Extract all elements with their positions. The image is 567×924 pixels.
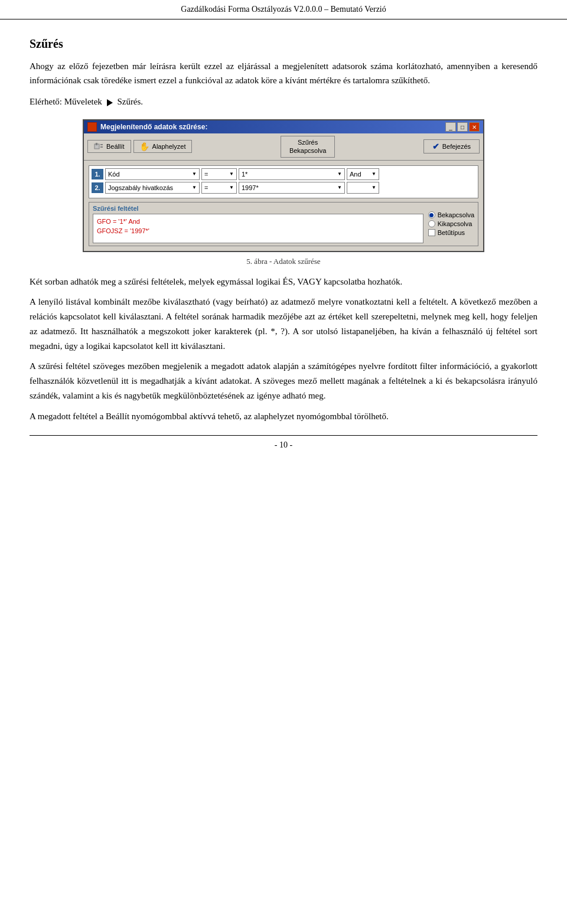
dialog-toolbar: Beállít ✋ Alaphelyzet Szűrés Bekapcsolva…: [84, 133, 483, 161]
dialog-title: Megjelenítendő adatok szűrése:: [100, 123, 207, 131]
svg-rect-2: [100, 144, 103, 145]
logic-combo-2-arrow: ▼: [372, 185, 376, 190]
page-number: - 10 -: [275, 440, 292, 449]
radio-bekapcsolva[interactable]: Bekapcsolva: [428, 211, 474, 218]
befejez-label: Befejezés: [442, 143, 471, 150]
field-combo-2[interactable]: Jogszabály hivatkozás ▼: [105, 182, 200, 194]
befejez-button[interactable]: ✔ Befejezés: [423, 139, 480, 154]
radio-kikapcsolva[interactable]: Kikapcsolva: [428, 220, 474, 227]
alaphelyzet-icon: ✋: [140, 142, 149, 151]
szures-line2: Bekapcsolva: [289, 146, 326, 155]
elerheto-prefix: Elérhető: Műveletek: [30, 97, 102, 106]
beallít-label: Beállít: [106, 143, 125, 150]
field-combo-1[interactable]: Kód ▼: [105, 168, 200, 180]
elerheto-text: Elérhető: Műveletek Szűrés.: [30, 94, 537, 109]
val-combo-1[interactable]: 1* ▼: [239, 168, 345, 180]
feltetel-label: Szűrési feltétel: [93, 205, 423, 212]
logic-combo-1-arrow: ▼: [372, 171, 376, 177]
svg-rect-1: [96, 143, 97, 145]
val-combo-2-arrow: ▼: [337, 185, 342, 190]
logic-combo-1[interactable]: And ▼: [347, 168, 379, 180]
feltetel-left: Szűrési feltétel GFO = '1*' And GFOJSZ =…: [93, 205, 423, 243]
intro-paragraph: Ahogy az előző fejezetben már leírásra k…: [30, 59, 537, 87]
page-header: Gazdálkodási Forma Osztályozás V2.0.0.0 …: [0, 0, 567, 19]
op-combo-1-arrow: ▼: [229, 171, 234, 177]
titlebar-buttons: _ □ ✕: [445, 122, 480, 132]
feltetel-line2: GFOJSZ = '1997*': [97, 226, 419, 236]
checkbox-betutipus-box: [428, 229, 435, 236]
filter-dialog: Megjelenítendő adatok szűrése: _ □ ✕: [83, 119, 484, 252]
filter-rows-container: 1. Kód ▼ = ▼ 1* ▼: [89, 165, 478, 198]
val-combo-2[interactable]: 1997* ▼: [239, 182, 345, 194]
row-num-2: 2.: [92, 182, 103, 193]
checkbox-betutipus-label: Betűtípus: [438, 229, 465, 236]
feltetel-line1: GFO = '1*' And: [97, 217, 419, 227]
paragraph-2: A lenyíló listával kombinált mezőbe kivá…: [30, 295, 537, 353]
titlebar-left: Megjelenítendő adatok szűrése:: [87, 122, 207, 132]
radio-bekapcsolva-circle: [428, 211, 435, 218]
header-title: Gazdálkodási Forma Osztályozás V2.0.0.0 …: [181, 5, 386, 14]
feltetel-right: Bekapcsolva Kikapcsolva Betűtípus: [428, 205, 474, 243]
checkmark-icon: ✔: [432, 142, 439, 151]
szures-line1: Szűrés: [289, 138, 326, 146]
feltetel-text[interactable]: GFO = '1*' And GFOJSZ = '1997*': [93, 214, 423, 243]
checkbox-betutipus[interactable]: Betűtípus: [428, 229, 474, 236]
dialog-wrapper: Megjelenítendő adatok szűrése: _ □ ✕: [30, 119, 537, 252]
szures-button[interactable]: Szűrés Bekapcsolva: [281, 136, 335, 158]
op-combo-1[interactable]: = ▼: [201, 168, 237, 180]
paragraph-1: Két sorban adhatók meg a szűrési feltéte…: [30, 275, 537, 289]
paragraph-4: A megadott feltétel a Beállít nyomógombb…: [30, 409, 537, 424]
radio-kikapcsolva-circle: [428, 220, 435, 227]
szuresi-feltetel-area: Szűrési feltétel GFO = '1*' And GFOJSZ =…: [89, 202, 478, 246]
field-combo-2-arrow: ▼: [192, 185, 197, 190]
beallít-button[interactable]: Beállít: [87, 140, 131, 153]
alaphelyzet-label: Alaphelyzet: [152, 143, 186, 150]
logic-combo-2[interactable]: ▼: [347, 182, 379, 194]
arrow-icon: [107, 99, 113, 106]
alaphelyzet-button[interactable]: ✋ Alaphelyzet: [133, 140, 193, 153]
filter-row-1: 1. Kód ▼ = ▼ 1* ▼: [92, 168, 475, 180]
radio-kikapcsolva-label: Kikapcsolva: [438, 220, 472, 227]
figure-caption: 5. ábra - Adatok szűrése: [30, 257, 537, 266]
beallít-icon: [94, 142, 103, 151]
radio-bekapcsolva-label: Bekapcsolva: [438, 211, 474, 218]
elerheto-suffix: Szűrés.: [117, 97, 143, 106]
paragraph-3: A szűrési feltétel szöveges mezőben megj…: [30, 359, 537, 403]
val-combo-1-arrow: ▼: [337, 171, 342, 177]
minimize-button[interactable]: _: [445, 122, 456, 132]
row-num-1: 1.: [92, 169, 103, 179]
dialog-app-icon: [87, 122, 97, 132]
field-combo-1-arrow: ▼: [192, 171, 197, 177]
op-combo-2[interactable]: = ▼: [201, 182, 237, 194]
maximize-button[interactable]: □: [457, 122, 468, 132]
section-title: Szűrés: [30, 37, 537, 51]
filter-row-2: 2. Jogszabály hivatkozás ▼ = ▼ 1997* ▼: [92, 182, 475, 194]
svg-rect-3: [100, 146, 103, 148]
close-button[interactable]: ✕: [469, 122, 480, 132]
op-combo-2-arrow: ▼: [229, 185, 234, 190]
dialog-body: 1. Kód ▼ = ▼ 1* ▼: [84, 161, 483, 251]
page-footer: - 10 -: [30, 435, 537, 455]
dialog-titlebar: Megjelenítendő adatok szűrése: _ □ ✕: [84, 120, 483, 133]
